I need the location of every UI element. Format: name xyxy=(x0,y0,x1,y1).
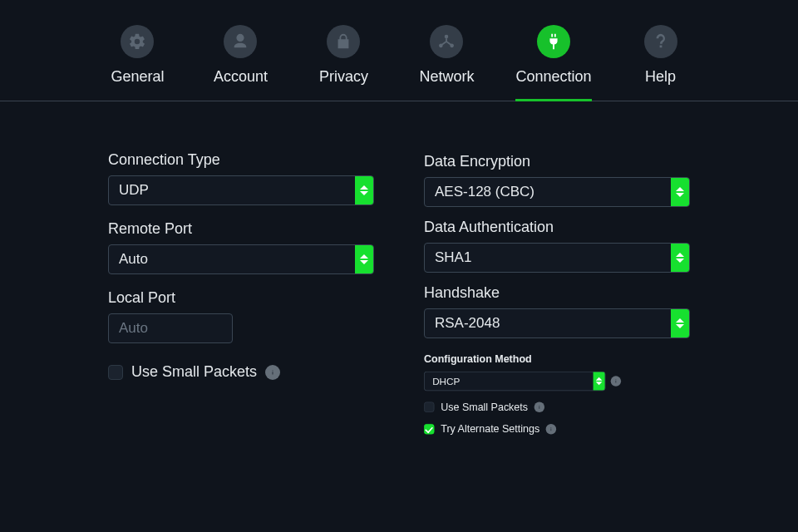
info-icon[interactable] xyxy=(611,376,621,386)
field-data-authentication: Data Authentication SHA1 xyxy=(424,219,690,273)
connection-type-select[interactable]: UDP xyxy=(108,175,374,205)
data-encryption-label: Data Encryption xyxy=(424,153,690,170)
config-use-small-packets-label: Use Small Packets xyxy=(441,401,528,413)
remote-port-label: Remote Port xyxy=(108,220,374,238)
info-icon[interactable] xyxy=(265,365,280,380)
connection-settings: Connection Type UDP Remote Port Auto Loc… xyxy=(0,101,798,458)
tab-account[interactable]: Account xyxy=(206,25,274,101)
connection-type-label: Connection Type xyxy=(108,151,374,169)
tab-privacy-label: Privacy xyxy=(319,68,368,86)
handshake-value: RSA-2048 xyxy=(435,315,500,332)
tab-connection[interactable]: Connection xyxy=(515,25,591,101)
tab-account-label: Account xyxy=(214,68,268,86)
field-remote-port: Remote Port Auto xyxy=(108,220,374,274)
field-handshake: Handshake RSA-2048 xyxy=(424,284,690,338)
left-column: Connection Type UDP Remote Port Auto Loc… xyxy=(108,151,374,458)
checkbox-box-icon xyxy=(108,365,123,380)
stepper-icon xyxy=(671,244,689,272)
tab-network[interactable]: Network xyxy=(412,25,480,101)
local-port-input[interactable]: Auto xyxy=(108,313,233,343)
data-encryption-value: AES-128 (CBC) xyxy=(435,184,534,200)
config-block: Configuration Method DHCP Use Small Pack… xyxy=(424,353,632,435)
connection-type-value: UDP xyxy=(119,182,149,199)
gear-icon xyxy=(121,25,154,58)
try-alternate-settings-checkbox[interactable]: Try Alternate Settings xyxy=(424,423,632,435)
use-small-packets-checkbox[interactable]: Use Small Packets xyxy=(108,363,374,381)
remote-port-select[interactable]: Auto xyxy=(108,244,374,274)
lock-icon xyxy=(327,25,360,58)
stepper-icon xyxy=(355,245,373,273)
handshake-select[interactable]: RSA-2048 xyxy=(424,308,690,338)
data-authentication-value: SHA1 xyxy=(435,249,471,266)
tab-general-label: General xyxy=(111,68,164,86)
stepper-icon xyxy=(594,372,605,391)
tab-network-label: Network xyxy=(419,68,474,86)
config-method-value: DHCP xyxy=(432,376,460,387)
handshake-label: Handshake xyxy=(424,284,690,302)
use-small-packets-label: Use Small Packets xyxy=(131,363,257,381)
plug-icon xyxy=(537,25,570,58)
tab-general[interactable]: General xyxy=(103,25,171,101)
local-port-label: Local Port xyxy=(108,289,374,307)
local-port-placeholder: Auto xyxy=(119,320,148,337)
tab-help-label: Help xyxy=(645,68,676,86)
config-use-small-packets-checkbox[interactable]: Use Small Packets xyxy=(424,401,632,413)
tab-privacy[interactable]: Privacy xyxy=(309,25,377,101)
data-encryption-select[interactable]: AES-128 (CBC) xyxy=(424,177,690,207)
settings-tabs: General Account Privacy Network Connecti… xyxy=(0,0,798,101)
checkbox-box-icon xyxy=(424,402,434,412)
config-method-select[interactable]: DHCP xyxy=(424,372,605,391)
network-icon xyxy=(430,25,463,58)
data-authentication-select[interactable]: SHA1 xyxy=(424,243,690,273)
try-alternate-settings-label: Try Alternate Settings xyxy=(441,423,539,435)
field-connection-type: Connection Type UDP xyxy=(108,151,374,205)
field-data-encryption: Data Encryption AES-128 (CBC) xyxy=(424,153,690,207)
question-icon xyxy=(644,25,677,58)
field-local-port: Local Port Auto xyxy=(108,289,374,343)
remote-port-value: Auto xyxy=(119,251,148,268)
info-icon[interactable] xyxy=(534,402,544,412)
tab-connection-label: Connection xyxy=(515,68,591,86)
stepper-icon xyxy=(671,309,689,337)
data-authentication-label: Data Authentication xyxy=(424,219,690,236)
stepper-icon xyxy=(355,176,373,204)
checkbox-box-icon xyxy=(424,424,434,434)
config-method-label: Configuration Method xyxy=(424,353,632,365)
stepper-icon xyxy=(671,178,689,206)
right-column: Data Encryption AES-128 (CBC) Data Authe… xyxy=(424,153,690,458)
user-icon xyxy=(224,25,257,58)
info-icon[interactable] xyxy=(546,424,556,434)
tab-help[interactable]: Help xyxy=(627,25,695,101)
